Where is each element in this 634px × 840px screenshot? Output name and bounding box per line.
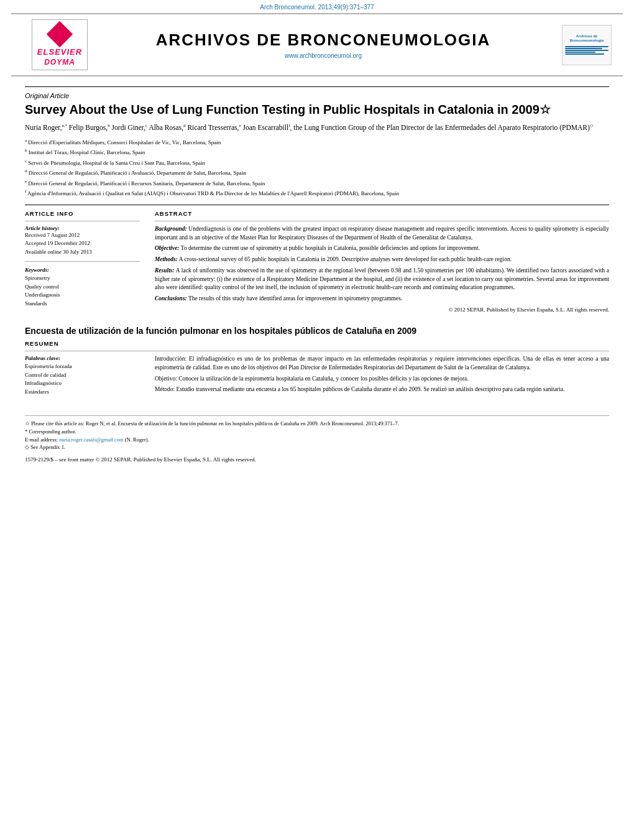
received-date: Received 7 August 2012 bbox=[25, 231, 140, 240]
palabras-quality: Control de calidad bbox=[25, 371, 140, 380]
affiliation-a: a Direcció d'Especialitats Mèdiques, Con… bbox=[25, 137, 609, 147]
palabras-clave-title: Palabras clave: bbox=[25, 355, 140, 361]
abstract-objective-label: Objective: bbox=[155, 245, 180, 251]
resumen-intro: Introducción: El infradiagnóstico es uno… bbox=[155, 355, 609, 372]
journal-thumbnail: Archivos de Bronconeumología bbox=[549, 25, 612, 65]
resumen-metodo: Método: Estudio transversal mediante una… bbox=[155, 385, 609, 394]
affiliation-e: e Direcció General de Regulació, Planifi… bbox=[25, 178, 609, 188]
footnotes: ☆ Please cite this article as: Roger N, … bbox=[25, 415, 609, 451]
footnote-star: ☆ Please cite this article as: Roger N, … bbox=[25, 420, 609, 428]
abstract-background: Background: Underdiagnosis is one of the… bbox=[155, 225, 609, 242]
affiliation-b: b Institut del Tòrax, Hospital Clínic, B… bbox=[25, 147, 609, 157]
available-date: Available online 30 July 2013 bbox=[25, 248, 140, 257]
resumen-objetivo: Objetivo: Conocer la utilización de la e… bbox=[155, 375, 609, 384]
accepted-date: Accepted 19 December 2012 bbox=[25, 239, 140, 248]
email-link[interactable]: nuria.roger.casals@gmail.com bbox=[59, 436, 123, 443]
article-title: Survey About the Use of Lung Function Te… bbox=[25, 102, 609, 118]
keywords-title: Keywords: bbox=[25, 267, 140, 273]
journal-thumb-lines bbox=[565, 45, 609, 55]
journal-cover-thumb: Archivos de Bronconeumología bbox=[562, 25, 612, 65]
abstract-column: ABSTRACT Background: Underdiagnosis is o… bbox=[155, 210, 609, 314]
affiliations-list: a Direcció d'Especialitats Mèdiques, Con… bbox=[25, 137, 609, 198]
keywords-section: Keywords: Spirometry Quality control Und… bbox=[25, 267, 140, 308]
abstract-background-label: Background: bbox=[155, 226, 187, 232]
abstract-label: ABSTRACT bbox=[155, 210, 609, 217]
journal-title-center: ARCHIVOS DE BRONCONEUMOLOGIA www.archbro… bbox=[97, 30, 549, 59]
palabras-standards: Estándares bbox=[25, 388, 140, 397]
journal-header: ELSEVIER DOYMA ARCHIVOS DE BRONCONEUMOLO… bbox=[11, 13, 623, 76]
abstract-copyright: © 2012 SEPAR. Published by Elsevier Espa… bbox=[155, 306, 609, 314]
main-content: Original Article Survey About the Use of… bbox=[0, 76, 634, 463]
elsevier-doyma-box: ELSEVIER DOYMA bbox=[32, 19, 88, 70]
abstract-methods: Methods: A cross-sectional survey of 65 … bbox=[155, 256, 609, 264]
page: Arch Bronconeumol. 2013;49(9):371–377 EL… bbox=[0, 0, 634, 840]
article-history-title: Article history: bbox=[25, 225, 140, 231]
resumen-intro-label: Introducción: bbox=[155, 356, 186, 362]
footnote-email: E-mail address: nuria.roger.casals@gmail… bbox=[25, 436, 609, 444]
keyword-standards: Standards bbox=[25, 300, 140, 308]
abstract-conclusions-label: Conclusions: bbox=[155, 295, 187, 302]
issn-line: 1579-2129/$ – see front matter © 2012 SE… bbox=[25, 456, 609, 463]
affiliation-d: d Direcció General de Regulació, Planifi… bbox=[25, 168, 609, 178]
top-citation-link[interactable]: Arch Bronconeumol. 2013;49(9):371–377 bbox=[0, 0, 634, 13]
article-info-abstract-layout: ARTICLE INFO Article history: Received 7… bbox=[25, 210, 609, 314]
spanish-section: Encuesta de utilización de la función pu… bbox=[25, 325, 609, 397]
keyword-underdiagnosis: Underdiagnosis bbox=[25, 291, 140, 300]
affiliation-f: f Agència d'Informació, Avaluació i Qual… bbox=[25, 188, 609, 198]
spanish-title: Encuesta de utilización de la función pu… bbox=[25, 325, 609, 336]
palabras-underdiagnosis: Infradiagnóstico bbox=[25, 379, 140, 388]
elsevier-logo: ELSEVIER DOYMA bbox=[22, 19, 97, 70]
affiliation-c: c Servei de Pneumologia, Hospital de la … bbox=[25, 158, 609, 168]
keyword-quality: Quality control bbox=[25, 283, 140, 292]
resumen-layout: Palabras clave: Espirometría forzada Con… bbox=[25, 355, 609, 397]
journal-title: ARCHIVOS DE BRONCONEUMOLOGIA bbox=[97, 30, 549, 50]
journal-website[interactable]: www.archbronconeumol.org bbox=[97, 52, 549, 59]
abstract-conclusions: Conclusions: The results of this study h… bbox=[155, 295, 609, 303]
resumen-label: RESUMEN bbox=[25, 340, 609, 347]
palabras-spirometry: Espirometría forzada bbox=[25, 362, 140, 371]
article-info-label: ARTICLE INFO bbox=[25, 210, 140, 217]
resumen-metodo-label: Método: bbox=[155, 386, 175, 392]
abstract-objective: Objective: To determine the current use … bbox=[155, 244, 609, 253]
keyword-spirometry: Spirometry bbox=[25, 274, 140, 283]
abstract-results-label: Results: bbox=[155, 267, 175, 274]
affiliations-divider bbox=[25, 205, 609, 205]
abstract-results: Results: A lack of uniformity was observ… bbox=[155, 267, 609, 292]
resumen-text: Introducción: El infradiagnóstico es uno… bbox=[155, 355, 609, 397]
abstract-text: Background: Underdiagnosis is one of the… bbox=[155, 225, 609, 314]
article-info-column: ARTICLE INFO Article history: Received 7… bbox=[25, 210, 140, 314]
article-section-label: Original Article bbox=[25, 92, 609, 99]
authors-line: Nuria Roger,a,* Felip Burgos,b Jordi Gin… bbox=[25, 122, 609, 133]
palabras-clave-column: Palabras clave: Espirometría forzada Con… bbox=[25, 355, 140, 397]
abstract-methods-label: Methods: bbox=[155, 256, 178, 262]
journal-thumb-title: Archivos de Bronconeumología bbox=[563, 34, 611, 43]
header-divider bbox=[25, 86, 609, 87]
footnote-asterisk: * Corresponding author. bbox=[25, 428, 609, 436]
elsevier-text: ELSEVIER bbox=[37, 47, 82, 58]
footnote-diamond: ◇ See Appendix 1. bbox=[25, 443, 609, 451]
resumen-objetivo-label: Objetivo: bbox=[155, 376, 177, 382]
doyma-text: DOYMA bbox=[44, 58, 75, 68]
